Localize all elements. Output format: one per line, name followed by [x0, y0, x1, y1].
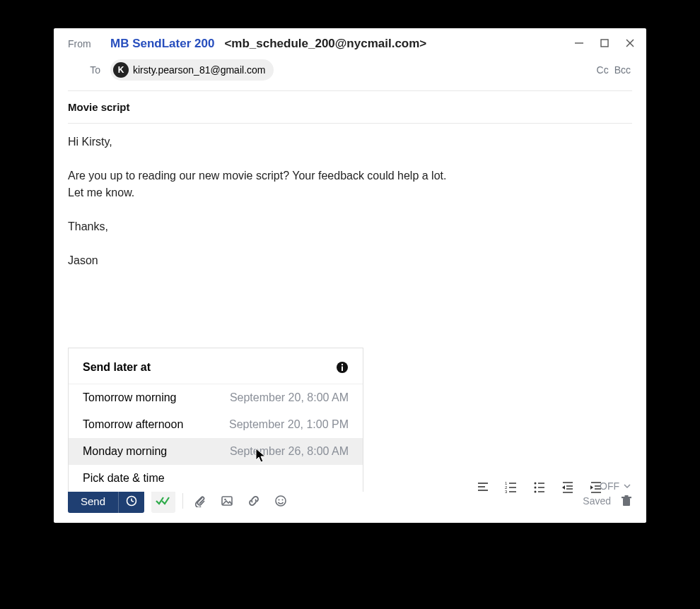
- delete-icon[interactable]: [621, 495, 632, 507]
- compose-window: From MB SendLater 200 <mb_schedule_200@n…: [54, 28, 646, 523]
- avatar: K: [113, 62, 129, 78]
- info-icon[interactable]: [336, 361, 349, 374]
- send-later-option-time: September 20, 1:00 PM: [229, 418, 349, 431]
- svg-point-29: [342, 364, 343, 365]
- maximize-icon[interactable]: [600, 38, 611, 48]
- svg-point-36: [279, 499, 280, 501]
- divider: [182, 493, 183, 509]
- window-controls: [574, 38, 636, 48]
- close-icon[interactable]: [625, 38, 636, 48]
- link-icon[interactable]: [244, 491, 264, 511]
- svg-point-35: [276, 496, 286, 506]
- send-button-group: Send: [68, 489, 144, 513]
- subject-field[interactable]: Movie script: [54, 91, 646, 123]
- pick-date-time-option[interactable]: Pick date & time: [69, 465, 363, 492]
- svg-rect-39: [622, 497, 631, 498]
- from-label: From: [68, 38, 110, 49]
- svg-point-37: [282, 499, 284, 501]
- send-later-option-label: Monday morning: [83, 445, 167, 458]
- send-later-option[interactable]: Tomorrow morningSeptember 20, 8:00 AM: [69, 384, 363, 411]
- svg-rect-40: [625, 495, 629, 497]
- send-later-option-label: Tomorrow afternoon: [83, 418, 183, 431]
- saved-label: Saved: [583, 495, 611, 507]
- svg-point-34: [224, 499, 226, 501]
- cc-button[interactable]: Cc: [597, 64, 609, 76]
- svg-rect-38: [623, 498, 630, 506]
- send-button[interactable]: Send: [68, 489, 118, 513]
- from-account-email: <mb_schedule_200@nycmail.com>: [224, 37, 426, 51]
- send-later-option-time: September 20, 8:00 AM: [230, 391, 349, 404]
- to-label: To: [68, 64, 110, 76]
- send-later-popover: Send later at Tomorrow morningSeptember …: [68, 348, 363, 492]
- send-later-option[interactable]: Monday morningSeptember 26, 8:00 AM: [69, 438, 363, 465]
- image-icon[interactable]: [217, 491, 237, 511]
- attachment-icon[interactable]: [190, 491, 210, 511]
- bcc-button[interactable]: Bcc: [614, 64, 631, 76]
- send-later-option-label: Tomorrow morning: [83, 391, 176, 404]
- svg-rect-1: [601, 40, 608, 47]
- minimize-icon[interactable]: [574, 38, 585, 48]
- recipient-chip[interactable]: K kirsty.pearson_81@gmail.com: [110, 59, 274, 81]
- clock-icon: [126, 495, 137, 507]
- from-row: From MB SendLater 200 <mb_schedule_200@n…: [54, 28, 646, 55]
- schedule-send-button[interactable]: [118, 489, 144, 513]
- to-row[interactable]: To K kirsty.pearson_81@gmail.com Cc Bcc: [54, 55, 646, 90]
- from-account-name[interactable]: MB SendLater 200: [110, 37, 214, 51]
- send-later-option[interactable]: Tomorrow afternoonSeptember 20, 1:00 PM: [69, 411, 363, 438]
- svg-rect-28: [342, 367, 343, 372]
- send-later-title: Send later at: [83, 361, 151, 374]
- send-later-option-time: September 26, 8:00 AM: [230, 445, 349, 458]
- recipient-email: kirsty.pearson_81@gmail.com: [133, 64, 265, 76]
- double-check-icon: [156, 495, 171, 507]
- svg-line-32: [132, 501, 134, 502]
- tracking-button[interactable]: [151, 489, 175, 513]
- emoji-icon[interactable]: [271, 491, 291, 511]
